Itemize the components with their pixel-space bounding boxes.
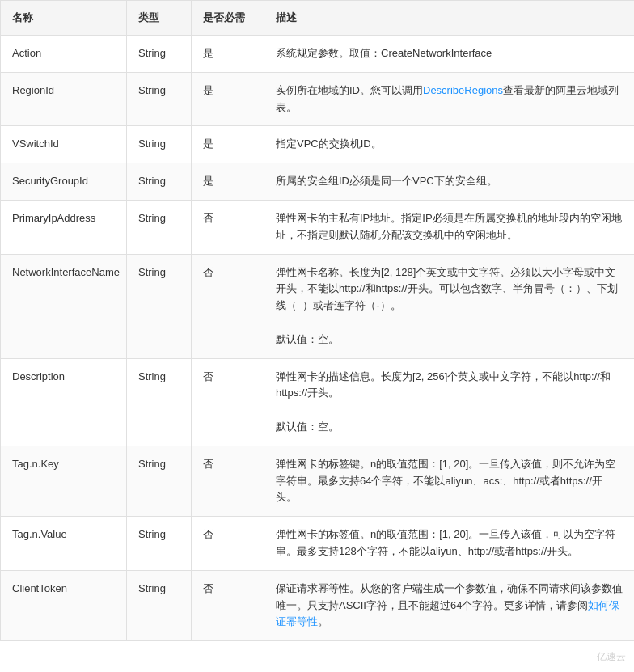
table-row: Tag.n.KeyString否弹性网卡的标签键。n的取值范围：[1, 20]。… (1, 446, 635, 516)
cell-description: 指定VPC的交换机ID。 (264, 126, 635, 163)
cell-name: Tag.n.Value (1, 517, 127, 571)
table-row: SecurityGroupIdString是所属的安全组ID必须是同一个VPC下… (1, 163, 635, 201)
table-header-row: 名称 类型 是否必需 描述 (1, 1, 635, 36)
cell-description: 保证请求幂等性。从您的客户端生成一个参数值，确保不同请求间该参数值唯一。只支持A… (264, 570, 635, 640)
cell-required: 是 (192, 163, 264, 201)
cell-name: Tag.n.Key (1, 446, 127, 516)
cell-description: 弹性网卡名称。长度为[2, 128]个英文或中文字符。必须以大小字母或中文开头，… (264, 254, 635, 358)
cell-type: String (127, 36, 192, 73)
table-row: VSwitchIdString是指定VPC的交换机ID。 (1, 126, 635, 163)
cell-description: 弹性网卡的主私有IP地址。指定IP必须是在所属交换机的地址段内的空闲地址，不指定… (264, 200, 635, 254)
table-row: DescriptionString否弹性网卡的描述信息。长度为[2, 256]个… (1, 358, 635, 446)
cell-name: RegionId (1, 72, 127, 126)
cell-description: 所属的安全组ID必须是同一个VPC下的安全组。 (264, 163, 635, 201)
cell-required: 否 (192, 200, 264, 254)
cell-required: 否 (192, 254, 264, 358)
region-link[interactable]: DescribeRegions (423, 84, 503, 96)
table-row: ActionString是系统规定参数。取值：CreateNetworkInte… (1, 36, 635, 73)
cell-description: 弹性网卡的描述信息。长度为[2, 256]个英文或中文字符，不能以http://… (264, 358, 635, 446)
params-table: 名称 类型 是否必需 描述 ActionString是系统规定参数。取值：Cre… (0, 0, 634, 641)
col-header-desc: 描述 (264, 1, 635, 36)
cell-name: PrimaryIpAddress (1, 200, 127, 254)
table-row: Tag.n.ValueString否弹性网卡的标签值。n的取值范围：[1, 20… (1, 517, 635, 571)
cell-type: String (127, 517, 192, 571)
cell-description: 弹性网卡的标签键。n的取值范围：[1, 20]。一旦传入该值，则不允许为空字符串… (264, 446, 635, 516)
table-container: 名称 类型 是否必需 描述 ActionString是系统规定参数。取值：Cre… (0, 0, 634, 641)
cell-name: Description (1, 358, 127, 446)
cell-type: String (127, 570, 192, 640)
cell-type: String (127, 126, 192, 163)
cell-required: 否 (192, 570, 264, 640)
cell-description: 弹性网卡的标签值。n的取值范围：[1, 20]。一旦传入该值，可以为空字符串。最… (264, 517, 635, 571)
table-row: RegionIdString是实例所在地域的ID。您可以调用DescribeRe… (1, 72, 635, 126)
cell-type: String (127, 200, 192, 254)
cell-required: 否 (192, 446, 264, 516)
cell-name: VSwitchId (1, 126, 127, 163)
idempotent-link[interactable]: 如何保证幂等性 (276, 599, 619, 628)
cell-required: 否 (192, 358, 264, 446)
col-header-type: 类型 (127, 1, 192, 36)
cell-name: ClientToken (1, 570, 127, 640)
cell-type: String (127, 72, 192, 126)
cell-description: 实例所在地域的ID。您可以调用DescribeRegions查看最新的阿里云地域… (264, 72, 635, 126)
table-row: NetworkInterfaceNameString否弹性网卡名称。长度为[2,… (1, 254, 635, 358)
cell-type: String (127, 446, 192, 516)
cell-type: String (127, 254, 192, 358)
table-row: ClientTokenString否保证请求幂等性。从您的客户端生成一个参数值，… (1, 570, 635, 640)
cell-name: Action (1, 36, 127, 73)
col-header-required: 是否必需 (192, 1, 264, 36)
cell-description: 系统规定参数。取值：CreateNetworkInterface (264, 36, 635, 73)
cell-required: 否 (192, 517, 264, 571)
cell-required: 是 (192, 126, 264, 163)
cell-type: String (127, 358, 192, 446)
col-header-name: 名称 (1, 1, 127, 36)
cell-type: String (127, 163, 192, 201)
cell-name: NetworkInterfaceName (1, 254, 127, 358)
cell-required: 是 (192, 72, 264, 126)
cell-name: SecurityGroupId (1, 163, 127, 201)
table-row: PrimaryIpAddressString否弹性网卡的主私有IP地址。指定IP… (1, 200, 635, 254)
cell-required: 是 (192, 36, 264, 73)
